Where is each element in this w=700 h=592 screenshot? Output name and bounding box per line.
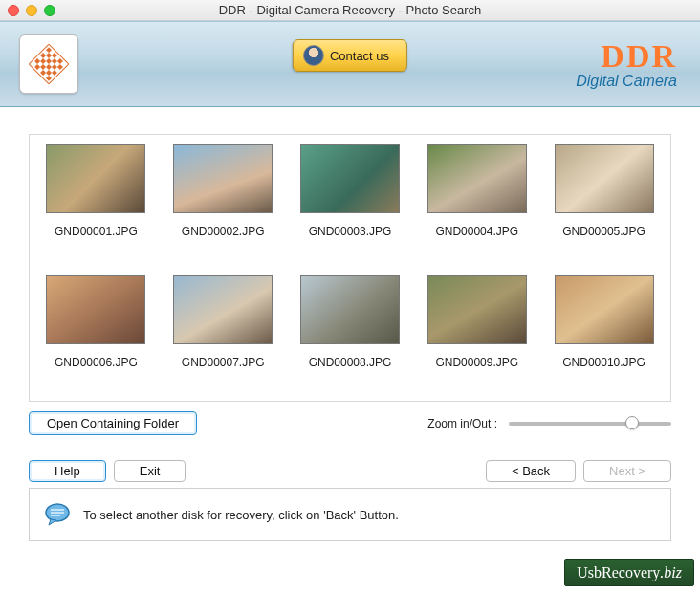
thumbnail-item[interactable]: GND00004.JPG [418, 139, 536, 266]
thumbnail-image[interactable] [427, 275, 527, 344]
watermark: UsbRecovery.biz [564, 559, 694, 586]
watermark-main: UsbRecovery [577, 564, 660, 581]
hint-box: To select another disk for recovery, cli… [29, 488, 671, 541]
brand-block: DDR Digital Camera [576, 38, 681, 90]
thumbnail-image[interactable] [46, 144, 145, 213]
thumbnail-label: GND00003.JPG [309, 225, 392, 238]
watermark-suffix: .biz [660, 564, 682, 581]
thumbnail-label: GND00010.JPG [562, 356, 645, 369]
thumbnail-item[interactable]: GND00006.JPG [37, 270, 155, 397]
thumbnail-label: GND00009.JPG [435, 356, 518, 369]
speech-bubble-icon [43, 500, 72, 529]
thumbnail-label: GND00005.JPG [562, 225, 645, 238]
back-button[interactable]: < Back [486, 460, 576, 482]
thumbnail-item[interactable]: GND00003.JPG [292, 139, 409, 266]
thumbnail-item[interactable]: GND00002.JPG [164, 139, 282, 266]
zoom-slider[interactable] [509, 422, 671, 426]
thumbnail-label: GND00008.JPG [309, 356, 392, 369]
brand-sub: Digital Camera [576, 73, 677, 90]
thumbnail-item[interactable]: GND00009.JPG [418, 270, 536, 397]
thumbnail-label: GND00004.JPG [435, 225, 518, 238]
checker-icon [29, 44, 69, 84]
help-button[interactable]: Help [29, 460, 106, 482]
thumbnail-image[interactable] [427, 144, 527, 213]
thumbnail-image[interactable] [300, 144, 400, 213]
thumbnail-image[interactable] [46, 275, 145, 344]
avatar-icon [303, 45, 324, 66]
app-banner: Contact us DDR Digital Camera [0, 21, 700, 107]
thumbnail-item[interactable]: GND00010.JPG [545, 270, 663, 397]
window-title: DDR - Digital Camera Recovery - Photo Se… [0, 3, 700, 17]
thumbnail-image[interactable] [555, 275, 654, 344]
exit-button[interactable]: Exit [114, 460, 186, 482]
thumbnail-image[interactable] [173, 144, 273, 213]
contact-us-label: Contact us [330, 49, 389, 63]
thumbnail-image[interactable] [300, 275, 400, 344]
thumbnail-item[interactable]: GND00007.JPG [164, 270, 282, 397]
zoom-slider-knob[interactable] [625, 416, 639, 429]
app-logo [19, 34, 78, 94]
thumbnail-label: GND00002.JPG [182, 225, 265, 238]
thumbnail-label: GND00001.JPG [55, 225, 138, 238]
thumbnail-label: GND00007.JPG [182, 356, 265, 369]
thumbnail-item[interactable]: GND00001.JPG [37, 139, 155, 266]
hint-text: To select another disk for recovery, cli… [83, 508, 399, 522]
thumbnail-grid[interactable]: GND00001.JPGGND00002.JPGGND00003.JPGGND0… [29, 134, 671, 402]
open-containing-folder-button[interactable]: Open Containing Folder [29, 411, 197, 435]
thumbnail-image[interactable] [555, 144, 654, 213]
thumbnail-item[interactable]: GND00005.JPG [545, 139, 663, 266]
next-button: Next > [583, 460, 671, 482]
thumbnail-item[interactable]: GND00008.JPG [292, 270, 409, 397]
titlebar: DDR - Digital Camera Recovery - Photo Se… [0, 0, 700, 21]
brand-main: DDR [576, 38, 677, 75]
contact-us-button[interactable]: Contact us [293, 39, 407, 72]
thumbnail-image[interactable] [173, 275, 273, 344]
thumbnail-label: GND00006.JPG [55, 356, 138, 369]
zoom-label: Zoom in/Out : [427, 417, 497, 430]
